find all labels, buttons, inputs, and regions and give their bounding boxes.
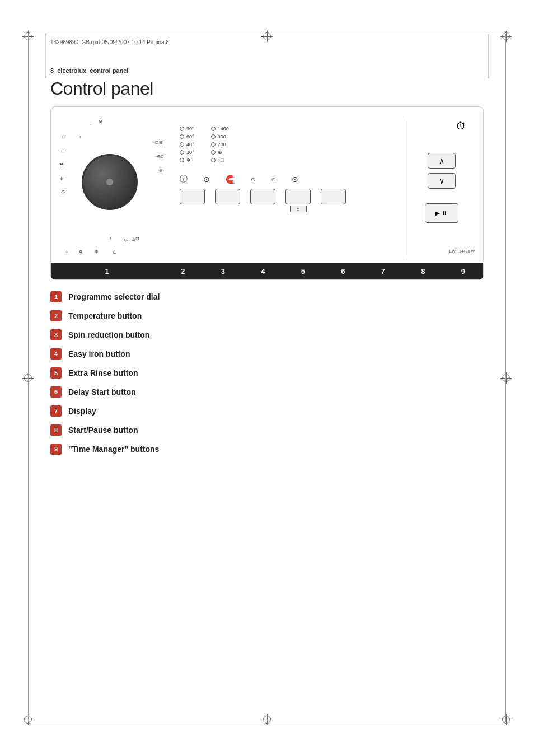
dial-sym-b6: \	[110, 235, 111, 241]
num-label-3: 3	[203, 267, 243, 276]
speed-900-label: 900	[218, 134, 226, 139]
delay-start-button-ctrl[interactable]	[321, 189, 346, 204]
item-label-6: Delay Start button	[68, 388, 136, 396]
icon-timer: ⊙	[292, 175, 298, 184]
dial-sym-b7: △⊡	[132, 236, 139, 242]
list-item-2: 2 Temperature button	[50, 310, 160, 321]
dial-sym-b1: ☆	[65, 249, 69, 255]
number-labels-bar: 1 2 3 4 5 6 7 8 9	[51, 263, 483, 279]
badge-3: 3	[50, 329, 62, 340]
num-label-2: 2	[163, 267, 203, 276]
temp-90-radio	[180, 127, 184, 131]
speed-1400-radio	[211, 127, 216, 131]
speed-rinse: ⊕	[211, 150, 229, 155]
icon-empty-circle: ○	[251, 175, 255, 184]
icon-info: ⓘ	[180, 174, 188, 184]
temp-40: 40°	[180, 142, 194, 147]
easy-iron-button-ctrl[interactable]	[250, 189, 275, 204]
icon-circle-right: ○	[271, 175, 275, 184]
dial-sym-top: ⊙	[99, 119, 102, 124]
section-topic: control panel	[90, 67, 128, 74]
num-label-1: 1	[51, 267, 163, 276]
list-item-9: 9 "Time Manager" buttons	[50, 444, 160, 455]
num-label-6: 6	[323, 267, 363, 276]
time-up-button[interactable]: ∧	[428, 153, 456, 169]
vert-bar-left	[45, 34, 46, 78]
temp-30: 30°	[180, 150, 194, 155]
icon-row: ⓘ ⊙ 🧲 ○ ○ ⊙	[180, 174, 399, 184]
list-item-5: 5 Extra Rinse button	[50, 367, 160, 379]
extra-rinse-button-ctrl[interactable]: ⊡	[285, 189, 311, 204]
list-item-4: 4 Easy iron button	[50, 348, 160, 360]
speed-1400-label: 1400	[218, 126, 229, 132]
pause-icon: ⏸	[442, 210, 447, 216]
dial-sym-dot-top: ·	[90, 122, 91, 128]
temp-cold: ❄	[180, 157, 194, 163]
speed-900-radio	[211, 134, 216, 139]
page-border-right	[505, 34, 506, 722]
item-label-5: Extra Rinse button	[68, 368, 138, 377]
programme-dial-knob[interactable]	[82, 154, 138, 210]
dial-sym-l2: ⊡·	[61, 148, 66, 154]
dial-sym-r3: ·⊕	[158, 168, 163, 174]
num-label-7: 7	[363, 267, 404, 276]
temp-speed-area: 90° 60° 40° 30°	[180, 126, 399, 163]
file-info: 132969890_GB.qxd 05/09/2007 10.14 Pagina…	[50, 39, 169, 45]
page-title: Control panel	[50, 78, 153, 99]
badge-6: 6	[50, 386, 62, 398]
play-icon: ▶	[435, 210, 440, 216]
temp-60-radio	[180, 134, 184, 139]
speed-900: 900	[211, 134, 229, 139]
reg-mark-bottom-center	[261, 714, 273, 725]
icon-iron: 🧲	[226, 175, 235, 184]
control-panel-diagram: ⊙ · ⊞· ↕ ⊡· ☵· ❈· ♺· ·⊡⊞ ·❋⊡ ·⊕ ☆ ✿ ❈ △ …	[50, 106, 484, 280]
page-border-bottom	[28, 722, 506, 722]
temp-60: 60°	[180, 134, 194, 139]
badge-8: 8	[50, 424, 62, 436]
spin-button-ctrl[interactable]	[215, 189, 240, 204]
list-item-8: 8 Start/Pause button	[50, 424, 160, 436]
temp-90: 90°	[180, 126, 194, 132]
speed-700: 700	[211, 142, 229, 147]
badge-1: 1	[50, 291, 62, 302]
section-brand: electrolux	[57, 67, 86, 74]
item-label-8: Start/Pause button	[68, 426, 138, 435]
reg-mark-top-right	[500, 31, 512, 42]
reg-mark-middle-right	[500, 372, 512, 384]
list-item-1: 1 Programme selector dial	[50, 291, 160, 302]
section-number: 8	[50, 67, 54, 74]
controls-section: 90° 60° 40° 30°	[168, 118, 405, 258]
dial-sym-b3: ❈	[95, 249, 99, 255]
speed-700-radio	[211, 142, 216, 147]
item-label-1: Programme selector dial	[68, 292, 160, 301]
dial-section: ⊙ · ⊞· ↕ ⊡· ☵· ❈· ♺· ·⊡⊞ ·❋⊡ ·⊕ ☆ ✿ ❈ △ …	[57, 118, 168, 258]
items-list: 1 Programme selector dial 2 Temperature …	[50, 291, 160, 455]
temp-30-label: 30°	[186, 150, 194, 155]
dial-sym-l1: ⊞·	[62, 134, 67, 140]
speed-column: 1400 900 700 ⊕	[211, 126, 229, 163]
right-section: ⏱ ∧ ∨ ▶ ⏸ EWF 14490 W	[405, 118, 477, 258]
start-pause-button[interactable]: ▶ ⏸	[425, 203, 458, 223]
dial-sym-b2: ✿	[79, 249, 83, 255]
button-row: ⊡	[180, 189, 399, 204]
speed-no-spin-radio	[211, 158, 216, 162]
list-item-3: 3 Spin reduction button	[50, 329, 160, 340]
temp-cold-label: ❄	[186, 157, 191, 163]
dial-sym-r2: ·❋⊡	[155, 154, 164, 160]
item-label-7: Display	[68, 407, 96, 416]
dial-sym-l4: ❈·	[59, 176, 64, 182]
vert-bar-right	[488, 34, 489, 78]
speed-rinse-radio	[211, 150, 216, 155]
model-label: EWF 14490 W	[449, 249, 475, 253]
item-label-2: Temperature button	[68, 311, 142, 320]
num-label-8: 8	[403, 267, 443, 276]
temp-button-ctrl[interactable]	[180, 189, 205, 204]
item-label-9: "Time Manager" buttons	[68, 445, 159, 454]
list-item-6: 6 Delay Start button	[50, 386, 160, 398]
speed-700-label: 700	[218, 142, 226, 147]
timer-icon: ⏱	[456, 120, 466, 132]
badge-5: 5	[50, 367, 62, 379]
dial-sym-b4: △	[113, 249, 116, 255]
temp-90-label: 90°	[186, 126, 194, 132]
time-down-button[interactable]: ∨	[428, 173, 456, 189]
